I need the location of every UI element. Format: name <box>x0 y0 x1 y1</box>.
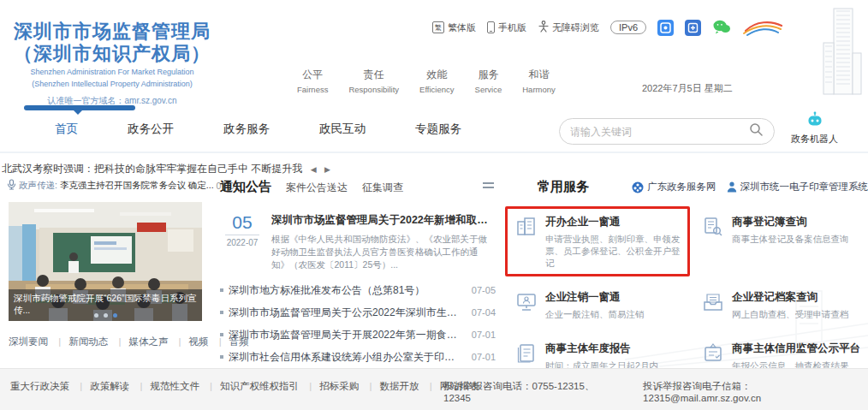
value-efficiency: 效能 Efficiency <box>419 68 454 94</box>
carousel-dot-3[interactable] <box>113 313 117 318</box>
card-desc: 网上自助查档、受理申请查档 <box>732 308 849 320</box>
notices-panel: 通知公告 案件公告送达 征集调查 05 2022-07 深圳市市场监督管理局关于… <box>220 179 496 368</box>
nav-item-special-services[interactable]: 专题服务 <box>415 122 461 137</box>
tab-notices[interactable]: 通知公告 <box>220 179 271 195</box>
bullet-icon <box>220 311 223 314</box>
building-illustration <box>817 3 866 103</box>
card-archive-query[interactable]: 企业登记档案查询 网上自助查档、受理申请查档 <box>692 282 866 328</box>
footer-link-open-data[interactable]: 数据开放 <box>362 381 419 391</box>
gov-service-net-icon <box>632 181 644 193</box>
nav-menu: 首页 政务公开 政务服务 政民互动 专题服务 <box>55 122 461 137</box>
guangdong-gov-service-link[interactable]: 广东政务服务网 <box>632 181 716 193</box>
weibo-app-icon[interactable] <box>685 20 701 36</box>
accessibility-link[interactable]: 无障碍浏览 <box>538 21 599 34</box>
bullet-icon <box>220 288 223 292</box>
card-title[interactable]: 企业登记档案查询 <box>732 290 849 305</box>
main-navbar: 首页 政务公开 政务服务 政民互动 专题服务 政务机器人 <box>0 105 868 153</box>
tab-surveys[interactable]: 征集调查 <box>362 181 403 195</box>
gov-voice-title[interactable]: 李克强主持召开国务院常务会议 确定... <box>60 180 214 192</box>
footer-link-normative-docs[interactable]: 规范性文件 <box>132 381 199 391</box>
archive-icon <box>702 291 724 320</box>
shenzhen-city-logo <box>742 17 783 38</box>
notice-row[interactable]: 深圳市市场监督管理局关于公示2022年深圳市生产环节食品加工小作坊... 07-… <box>220 301 496 324</box>
carousel-dot-1[interactable] <box>94 313 98 318</box>
ticker-prev-button[interactable]: ◀ <box>311 165 317 174</box>
wechat-icon[interactable] <box>712 19 731 37</box>
card-title[interactable]: 商事主体年度报告 <box>545 342 658 356</box>
search-icon[interactable] <box>749 122 764 140</box>
featured-notice[interactable]: 05 2022-07 深圳市市场监督管理局关于2022年新增和取消官方兽医资格人… <box>220 213 496 271</box>
gov-robot-button[interactable]: 政务机器人 <box>791 111 838 146</box>
featured-title[interactable]: 深圳市市场监督管理局关于2022年新增和取消官方兽医资格人员公示... <box>271 213 496 228</box>
notice-row[interactable]: 深圳市社会信用体系建设统筹小组办公室关于印发2022年深圳市社会信... 07-… <box>220 346 496 368</box>
card-desc: 申请营业执照、刻制印章、申领发票、员工参保登记、公积金开户登记 <box>545 233 684 269</box>
registry-search-icon <box>702 216 724 269</box>
services-title: 常用服务 <box>538 179 589 195</box>
value-harmony: 和谐 Harmony <box>522 68 556 94</box>
ipv6-badge[interactable]: IPv6 <box>610 21 646 34</box>
nav-item-interaction[interactable]: 政民互动 <box>319 122 366 137</box>
card-registry-query[interactable]: 商事登记簿查询 商事主体登记及备案信息查询 <box>692 206 866 276</box>
ticker-text[interactable]: 北武汉考察时强调：把科技的命脉牢牢掌握在自己手中 不断提升我 <box>2 163 302 175</box>
header-utility-bar: 繁 繁体版 手机版 无障碍浏览 IPv6 <box>432 17 783 38</box>
more-icon[interactable] <box>483 182 494 191</box>
card-deregistration[interactable]: 企业注销一窗通 企业一般注销、简易注销 <box>505 282 690 328</box>
notice-list: 深圳市地方标准批准发布公告（总第81号） 07-05 深圳市市场监督管理局关于公… <box>220 279 496 368</box>
carousel-dot-2[interactable] <box>104 313 108 318</box>
nav-item-home[interactable]: 首页 <box>55 122 78 137</box>
search-input[interactable] <box>570 126 749 138</box>
link-media-voice[interactable]: 媒体之声 <box>110 336 168 347</box>
footer-link-bidding[interactable]: 招标采购 <box>301 381 359 391</box>
media-links-row: 深圳要闻 新闻动态 媒体之声 视频 音频 <box>9 336 249 348</box>
nav-item-gov-disclosure[interactable]: 政务公开 <box>128 122 174 137</box>
page: 深圳市市场监督管理局 （深圳市知识产权局） Shenzhen Administr… <box>0 0 868 410</box>
featured-year-month: 2022-07 <box>220 238 265 247</box>
nav-item-gov-services[interactable]: 政务服务 <box>223 122 270 137</box>
footer-link-ip-rights-guide[interactable]: 知识产权维权指引 <box>202 381 299 391</box>
footer-link-policy-interpretation[interactable]: 政策解读 <box>72 381 129 391</box>
traditional-chinese-label: 繁体版 <box>448 21 476 34</box>
link-shenzhen-news[interactable]: 深圳要闻 <box>9 336 48 347</box>
deregistration-icon <box>515 291 538 320</box>
footer: 重大行政决策 政策解读 规范性文件 知识产权维权指引 招标采购 数据开放 网站报… <box>0 368 868 410</box>
org-name-en1: Shenzhen Administration For Market Regul… <box>14 68 211 77</box>
tab-case-announcements[interactable]: 案件公告送达 <box>286 181 348 195</box>
mobile-version-link[interactable]: 手机版 <box>487 21 526 34</box>
microphone-icon <box>7 179 16 192</box>
notice-tabs: 通知公告 案件公告送达 征集调查 <box>220 179 496 195</box>
toutiao-app-icon[interactable] <box>657 20 674 36</box>
e-seal-system-link[interactable]: 深圳市统一电子印章管理系统 <box>727 181 868 193</box>
ticker-next-button[interactable]: ▶ <box>324 165 330 174</box>
footer-links: 重大行政决策 政策解读 规范性文件 知识产权维权指引 招标采购 数据开放 网站报… <box>10 380 479 393</box>
carousel-caption-text[interactable]: 深圳市药物警戒院开展“626”国际禁毒日系列宣传... <box>14 293 197 315</box>
service-cards-grid: 开办企业一窗通 申请营业执照、刻制印章、申领发票、员工参保登记、公积金开户登记 … <box>505 206 868 391</box>
card-start-business[interactable]: 开办企业一窗通 申请营业执照、刻制印章、申领发票、员工参保登记、公积金开户登记 <box>505 206 690 276</box>
core-values-strip: 公平 Fairness 责任 Responsibility 效能 Efficie… <box>297 68 556 94</box>
org-name-en2: (Shenzhen Intellectual Property Administ… <box>14 80 211 89</box>
notice-row[interactable]: 深圳市市场监督管理局关于开展2022年第一期食品快速检测产品抽查评... 07-… <box>220 324 496 346</box>
link-video[interactable]: 视频 <box>171 336 209 347</box>
complaint-phone: 投诉举报咨询电话：0755-12315、12345 <box>443 380 621 403</box>
card-title[interactable]: 商事登记簿查询 <box>732 215 849 229</box>
carousel-caption: 深圳市药物警戒院开展“626”国际禁毒日系列宣传... <box>9 289 202 321</box>
accessibility-icon <box>538 21 549 34</box>
featured-day: 05 <box>220 213 265 232</box>
services-panel: 常用服务 广东政务服务网 深圳市统一电子印章管理系统 开办企业一窗通 <box>505 179 868 391</box>
traditional-chinese-link[interactable]: 繁 繁体版 <box>432 21 476 34</box>
current-date: 2022年7月5日 星期二 <box>642 82 733 95</box>
card-title[interactable]: 商事主体信用监管公示平台 <box>732 342 860 356</box>
services-header-links: 广东政务服务网 深圳市统一电子印章管理系统 <box>632 181 868 193</box>
news-ticker: 北武汉考察时强调：把科技的命脉牢牢掌握在自己手中 不断提升我 ◀ ▶ <box>2 162 330 176</box>
search-box[interactable] <box>559 118 775 145</box>
accessibility-label: 无障碍浏览 <box>552 21 599 34</box>
site-logo[interactable]: 深圳市市场监督管理局 （深圳市知识产权局） Shenzhen Administr… <box>14 21 211 107</box>
link-news-updates[interactable]: 新闻动态 <box>51 336 108 347</box>
news-photo-carousel[interactable]: 深圳市药物警戒院开展“626”国际禁毒日系列宣传... <box>9 202 202 321</box>
card-title[interactable]: 开办企业一窗通 <box>545 215 684 229</box>
notice-row[interactable]: 深圳市地方标准批准发布公告（总第81号） 07-05 <box>220 279 496 301</box>
robot-label: 政务机器人 <box>791 133 838 146</box>
footer-link-major-decisions[interactable]: 重大行政决策 <box>10 381 69 391</box>
value-service: 服务 Service <box>475 68 502 94</box>
card-desc: 商事主体登记及备案信息查询 <box>732 233 849 245</box>
card-title[interactable]: 企业注销一窗通 <box>545 290 645 305</box>
